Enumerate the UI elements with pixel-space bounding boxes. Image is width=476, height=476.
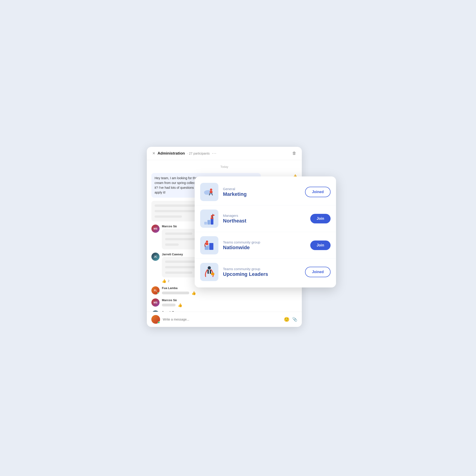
date-label: Today [151,165,297,169]
participants-count: · 27 participants [187,152,210,155]
joined-button-upcoming-leaders[interactable]: Joined [305,267,331,277]
like-count: 2 [168,279,169,283]
chat-title: Administration [157,151,185,156]
svg-point-4 [210,188,212,191]
join-button-nationwide[interactable]: Join [310,240,331,250]
svg-rect-11 [211,218,213,224]
list-item: Managers Northeast Join [195,205,336,232]
like-icon-3[interactable]: 👍 [162,279,166,283]
group-name: Northeast [223,218,306,224]
svg-rect-25 [209,270,210,274]
avatar: JC [151,253,160,261]
joined-button-marketing[interactable]: Joined [305,187,331,197]
join-button-northeast[interactable]: Join [310,214,331,223]
avatar: FL [151,286,160,294]
svg-rect-9 [204,222,207,224]
list-item: MS Marcos Sá 👍 [151,298,297,307]
groups-panel: General Marketing Joined [195,176,336,288]
group-category: General [223,187,301,191]
close-icon[interactable]: ✕ [152,151,155,155]
group-info: Teams community group Upcoming Leaders [223,267,301,277]
group-icon-northeast [200,209,218,228]
like-icon-marcos2[interactable]: 👍 [178,303,182,307]
group-info: Managers Northeast [223,214,306,224]
group-name: Nationwide [223,245,306,251]
svg-rect-13 [211,217,213,219]
svg-rect-5 [210,191,212,193]
group-icon-upcoming-leaders [200,263,218,281]
group-name: Marketing [223,191,301,197]
svg-rect-27 [212,272,213,273]
like-icon-fua[interactable]: 👍 [191,291,196,295]
group-name: Upcoming Leaders [223,271,301,277]
avatar: JC [151,310,160,312]
delete-icon[interactable]: 🗑 [292,151,296,156]
group-category: Managers [223,214,306,218]
svg-rect-21 [206,243,208,245]
more-options-icon[interactable]: ··· [212,151,217,156]
sender-name: Marcos Sá [162,298,297,302]
svg-point-20 [206,240,208,243]
list-item: Teams community group Upcoming Leaders J… [195,259,336,285]
scene: ✕ Administration · 27 participants ··· 🗑… [140,140,336,336]
svg-rect-8 [200,209,218,228]
list-item: FL Fua Lamba 👍 [151,286,297,295]
svg-rect-10 [207,220,210,224]
footer-avatar [151,315,160,324]
svg-point-23 [208,266,211,270]
attach-icon[interactable]: 📎 [292,317,297,322]
avatar: MS [151,224,160,233]
group-category: Teams community group [223,240,306,244]
avatar: MS [151,298,160,307]
message-input[interactable] [163,318,281,321]
message-content: Marcos Sá 👍 [162,298,297,307]
group-category: Teams community group [223,267,301,271]
chat-header: ✕ Administration · 27 participants ··· 🗑 [147,147,302,160]
message-content: Fua Lamba 👍 [162,286,297,295]
group-icon-marketing [200,183,218,201]
group-info: Teams community group Nationwide [223,240,306,251]
group-info: General Marketing [223,187,301,197]
svg-rect-18 [209,243,213,250]
list-item: Teams community group Nationwide Join [195,232,336,259]
list-item: General Marketing Joined [195,179,336,205]
chat-footer: 🙂 📎 [147,312,302,327]
emoji-icon[interactable]: 🙂 [284,317,289,322]
group-icon-nationwide [200,236,218,255]
